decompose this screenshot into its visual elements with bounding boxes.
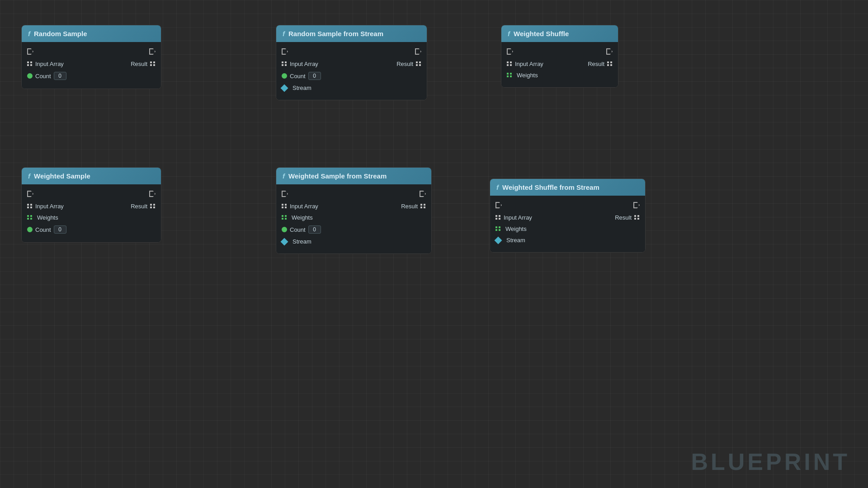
input-array-label: Input Array (290, 203, 318, 210)
exec-out-pin[interactable] (415, 48, 421, 55)
result-label: Result (588, 61, 604, 67)
input-array-row: Input Array Result (22, 58, 161, 70)
node-body: Input Array Result Weights (501, 42, 618, 87)
function-icon: f (283, 30, 285, 38)
weights-pin[interactable] (282, 215, 287, 221)
stream-label: Stream (506, 237, 525, 244)
exec-out-pin[interactable] (420, 191, 426, 197)
node-body: Input Array Result Weights Count 0 (22, 184, 161, 242)
stream-label: Stream (292, 238, 311, 245)
input-array-pin[interactable] (495, 215, 501, 221)
exec-in-pin[interactable] (495, 202, 502, 208)
result-label: Result (615, 214, 632, 221)
count-pin[interactable] (282, 227, 287, 232)
weights-pin[interactable] (495, 226, 501, 232)
count-input[interactable]: 0 (54, 72, 66, 80)
node-body: Input Array Result Count 0 Stream (276, 42, 427, 100)
exec-row (490, 200, 645, 212)
exec-row (501, 47, 618, 58)
function-icon: f (28, 30, 30, 38)
result-label: Result (401, 203, 418, 210)
input-array-pin[interactable] (507, 61, 512, 67)
weights-label: Weights (517, 72, 538, 79)
node-random-sample-stream: f Random Sample from Stream Input Array … (276, 25, 427, 100)
count-pin[interactable] (282, 73, 287, 79)
input-array-row: Input Array Result (501, 58, 618, 70)
count-row: Count 0 (276, 223, 431, 236)
node-header-wshstream: f Weighted Shuffle from Stream (490, 179, 645, 196)
input-array-pin[interactable] (282, 204, 287, 209)
node-body: Input Array Result Count 0 (22, 42, 161, 89)
count-label: Count (35, 73, 51, 80)
node-title: Weighted Sample (34, 172, 90, 180)
node-weighted-shuffle-stream: f Weighted Shuffle from Stream Input Arr… (490, 178, 646, 253)
result-pin[interactable] (420, 204, 426, 209)
result-pin[interactable] (634, 215, 640, 221)
weights-row: Weights (276, 212, 431, 223)
node-weighted-sample-stream: f Weighted Sample from Stream Input Arra… (276, 167, 432, 254)
input-array-pin[interactable] (282, 61, 287, 67)
function-icon: f (283, 172, 285, 180)
count-input[interactable]: 0 (308, 225, 321, 234)
input-array-label: Input Array (35, 61, 64, 67)
weights-pin[interactable] (27, 215, 33, 221)
input-array-row: Input Array Result (490, 212, 645, 223)
stream-label: Stream (292, 84, 311, 91)
node-header-ws: f Weighted Shuffle (501, 25, 618, 42)
weights-row: Weights (490, 223, 645, 235)
input-array-label: Input Array (515, 61, 543, 67)
input-array-label: Input Array (290, 61, 318, 67)
exec-in-pin[interactable] (27, 191, 33, 197)
count-pin[interactable] (27, 227, 33, 232)
blueprint-canvas: f Random Sample Input Array Result C (0, 0, 868, 488)
stream-pin[interactable] (495, 236, 502, 244)
input-array-label: Input Array (504, 214, 532, 221)
exec-row (22, 189, 161, 201)
count-label: Count (290, 226, 306, 233)
weights-pin[interactable] (507, 73, 512, 78)
weights-label: Weights (292, 214, 313, 221)
weights-row: Weights (501, 70, 618, 81)
node-random-sample: f Random Sample Input Array Result C (21, 25, 161, 89)
function-icon: f (28, 172, 30, 180)
input-array-label: Input Array (35, 203, 64, 210)
count-input[interactable]: 0 (308, 72, 321, 80)
result-pin[interactable] (416, 61, 421, 67)
count-label: Count (35, 226, 51, 233)
node-header-random-sample: f Random Sample (22, 25, 161, 42)
exec-out-pin[interactable] (149, 191, 156, 197)
stream-pin[interactable] (281, 84, 288, 92)
node-header-wsample: f Weighted Sample (22, 168, 161, 184)
result-label: Result (131, 203, 147, 210)
result-pin[interactable] (150, 204, 156, 209)
stream-row: Stream (276, 82, 427, 94)
node-title: Weighted Shuffle from Stream (502, 183, 599, 191)
exec-out-pin[interactable] (149, 48, 156, 55)
stream-pin[interactable] (281, 238, 288, 245)
weights-row: Weights (22, 212, 161, 223)
exec-out-pin[interactable] (606, 48, 613, 55)
node-header-rss: f Random Sample from Stream (276, 25, 427, 42)
count-input[interactable]: 0 (54, 225, 66, 234)
weights-label: Weights (37, 214, 58, 221)
exec-in-pin[interactable] (282, 191, 288, 197)
node-title: Random Sample from Stream (288, 30, 383, 38)
exec-in-pin[interactable] (282, 48, 288, 55)
input-array-pin[interactable] (27, 61, 33, 67)
result-pin[interactable] (150, 61, 156, 67)
input-array-pin[interactable] (27, 204, 33, 209)
function-icon: f (508, 30, 510, 38)
result-label: Result (131, 61, 147, 67)
count-pin[interactable] (27, 73, 33, 79)
exec-in-pin[interactable] (507, 48, 513, 55)
result-label: Result (396, 61, 413, 67)
result-pin[interactable] (607, 61, 613, 67)
node-title: Weighted Sample from Stream (288, 172, 387, 180)
exec-in-pin[interactable] (27, 48, 33, 55)
count-label: Count (290, 73, 306, 80)
node-title: Weighted Shuffle (514, 30, 569, 38)
exec-row (276, 189, 431, 201)
node-weighted-sample: f Weighted Sample Input Array Result (21, 167, 161, 243)
exec-out-pin[interactable] (633, 202, 640, 208)
node-header-wsstream: f Weighted Sample from Stream (276, 168, 431, 184)
